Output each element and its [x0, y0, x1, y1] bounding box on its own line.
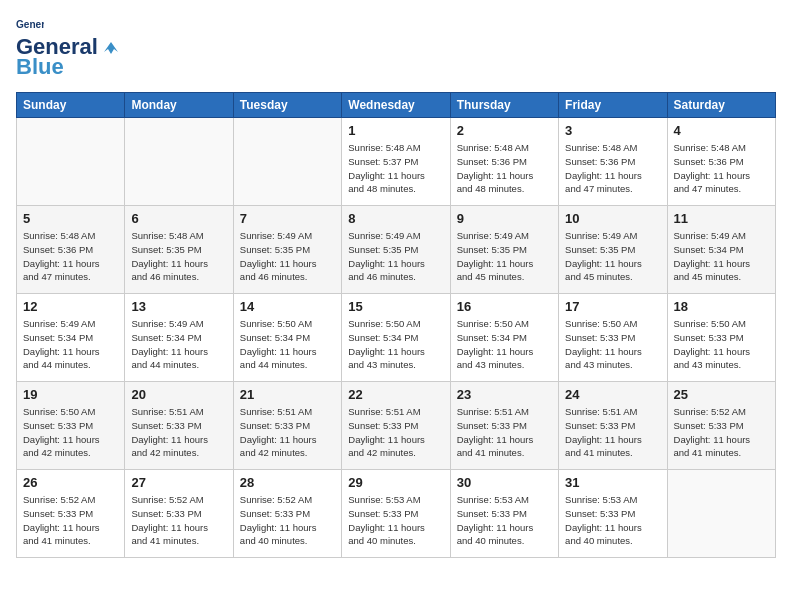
calendar-cell: 18Sunrise: 5:50 AM Sunset: 5:33 PM Dayli… [667, 294, 775, 382]
day-info: Sunrise: 5:48 AM Sunset: 5:36 PM Dayligh… [457, 141, 552, 196]
day-number: 26 [23, 475, 118, 490]
calendar-cell: 25Sunrise: 5:52 AM Sunset: 5:33 PM Dayli… [667, 382, 775, 470]
day-number: 30 [457, 475, 552, 490]
day-info: Sunrise: 5:53 AM Sunset: 5:33 PM Dayligh… [348, 493, 443, 548]
day-info: Sunrise: 5:50 AM Sunset: 5:33 PM Dayligh… [23, 405, 118, 460]
calendar-cell: 31Sunrise: 5:53 AM Sunset: 5:33 PM Dayli… [559, 470, 667, 558]
weekday-header-tuesday: Tuesday [233, 93, 341, 118]
calendar-week-row: 12Sunrise: 5:49 AM Sunset: 5:34 PM Dayli… [17, 294, 776, 382]
day-info: Sunrise: 5:51 AM Sunset: 5:33 PM Dayligh… [457, 405, 552, 460]
day-info: Sunrise: 5:49 AM Sunset: 5:35 PM Dayligh… [565, 229, 660, 284]
day-number: 14 [240, 299, 335, 314]
day-number: 15 [348, 299, 443, 314]
day-info: Sunrise: 5:49 AM Sunset: 5:34 PM Dayligh… [674, 229, 769, 284]
day-number: 31 [565, 475, 660, 490]
day-info: Sunrise: 5:51 AM Sunset: 5:33 PM Dayligh… [565, 405, 660, 460]
day-info: Sunrise: 5:48 AM Sunset: 5:36 PM Dayligh… [23, 229, 118, 284]
calendar-cell: 15Sunrise: 5:50 AM Sunset: 5:34 PM Dayli… [342, 294, 450, 382]
weekday-header-sunday: Sunday [17, 93, 125, 118]
calendar-cell: 26Sunrise: 5:52 AM Sunset: 5:33 PM Dayli… [17, 470, 125, 558]
calendar-cell: 10Sunrise: 5:49 AM Sunset: 5:35 PM Dayli… [559, 206, 667, 294]
day-number: 5 [23, 211, 118, 226]
day-info: Sunrise: 5:51 AM Sunset: 5:33 PM Dayligh… [348, 405, 443, 460]
calendar-cell: 20Sunrise: 5:51 AM Sunset: 5:33 PM Dayli… [125, 382, 233, 470]
logo: General General Blue [16, 16, 122, 80]
day-number: 21 [240, 387, 335, 402]
day-info: Sunrise: 5:52 AM Sunset: 5:33 PM Dayligh… [674, 405, 769, 460]
calendar-week-row: 19Sunrise: 5:50 AM Sunset: 5:33 PM Dayli… [17, 382, 776, 470]
calendar-cell: 13Sunrise: 5:49 AM Sunset: 5:34 PM Dayli… [125, 294, 233, 382]
calendar-cell: 1Sunrise: 5:48 AM Sunset: 5:37 PM Daylig… [342, 118, 450, 206]
calendar-cell [667, 470, 775, 558]
calendar-week-row: 5Sunrise: 5:48 AM Sunset: 5:36 PM Daylig… [17, 206, 776, 294]
day-number: 10 [565, 211, 660, 226]
day-number: 18 [674, 299, 769, 314]
calendar-cell: 8Sunrise: 5:49 AM Sunset: 5:35 PM Daylig… [342, 206, 450, 294]
calendar-week-row: 1Sunrise: 5:48 AM Sunset: 5:37 PM Daylig… [17, 118, 776, 206]
logo-icon: General [16, 16, 44, 34]
day-info: Sunrise: 5:51 AM Sunset: 5:33 PM Dayligh… [131, 405, 226, 460]
calendar-cell: 17Sunrise: 5:50 AM Sunset: 5:33 PM Dayli… [559, 294, 667, 382]
calendar-cell: 3Sunrise: 5:48 AM Sunset: 5:36 PM Daylig… [559, 118, 667, 206]
day-number: 4 [674, 123, 769, 138]
day-number: 19 [23, 387, 118, 402]
day-info: Sunrise: 5:53 AM Sunset: 5:33 PM Dayligh… [457, 493, 552, 548]
day-number: 6 [131, 211, 226, 226]
calendar-cell: 7Sunrise: 5:49 AM Sunset: 5:35 PM Daylig… [233, 206, 341, 294]
day-number: 23 [457, 387, 552, 402]
calendar-cell: 21Sunrise: 5:51 AM Sunset: 5:33 PM Dayli… [233, 382, 341, 470]
calendar-cell: 28Sunrise: 5:52 AM Sunset: 5:33 PM Dayli… [233, 470, 341, 558]
day-info: Sunrise: 5:49 AM Sunset: 5:34 PM Dayligh… [131, 317, 226, 372]
day-number: 24 [565, 387, 660, 402]
calendar-cell: 12Sunrise: 5:49 AM Sunset: 5:34 PM Dayli… [17, 294, 125, 382]
day-number: 9 [457, 211, 552, 226]
calendar-cell [233, 118, 341, 206]
weekday-header-thursday: Thursday [450, 93, 558, 118]
calendar-header-row: SundayMondayTuesdayWednesdayThursdayFrid… [17, 93, 776, 118]
calendar-cell: 24Sunrise: 5:51 AM Sunset: 5:33 PM Dayli… [559, 382, 667, 470]
day-info: Sunrise: 5:49 AM Sunset: 5:35 PM Dayligh… [348, 229, 443, 284]
calendar-cell: 23Sunrise: 5:51 AM Sunset: 5:33 PM Dayli… [450, 382, 558, 470]
day-number: 7 [240, 211, 335, 226]
day-info: Sunrise: 5:50 AM Sunset: 5:33 PM Dayligh… [565, 317, 660, 372]
day-number: 17 [565, 299, 660, 314]
day-info: Sunrise: 5:51 AM Sunset: 5:33 PM Dayligh… [240, 405, 335, 460]
day-number: 8 [348, 211, 443, 226]
day-info: Sunrise: 5:50 AM Sunset: 5:34 PM Dayligh… [348, 317, 443, 372]
weekday-header-wednesday: Wednesday [342, 93, 450, 118]
calendar-cell: 5Sunrise: 5:48 AM Sunset: 5:36 PM Daylig… [17, 206, 125, 294]
weekday-header-saturday: Saturday [667, 93, 775, 118]
calendar-cell: 4Sunrise: 5:48 AM Sunset: 5:36 PM Daylig… [667, 118, 775, 206]
logo-bird-icon [100, 38, 122, 56]
day-info: Sunrise: 5:48 AM Sunset: 5:36 PM Dayligh… [565, 141, 660, 196]
calendar-cell: 2Sunrise: 5:48 AM Sunset: 5:36 PM Daylig… [450, 118, 558, 206]
calendar-cell: 9Sunrise: 5:49 AM Sunset: 5:35 PM Daylig… [450, 206, 558, 294]
day-info: Sunrise: 5:48 AM Sunset: 5:35 PM Dayligh… [131, 229, 226, 284]
page-header: General General Blue [16, 16, 776, 80]
day-number: 2 [457, 123, 552, 138]
day-info: Sunrise: 5:53 AM Sunset: 5:33 PM Dayligh… [565, 493, 660, 548]
day-number: 29 [348, 475, 443, 490]
calendar-cell: 6Sunrise: 5:48 AM Sunset: 5:35 PM Daylig… [125, 206, 233, 294]
calendar-cell: 16Sunrise: 5:50 AM Sunset: 5:34 PM Dayli… [450, 294, 558, 382]
calendar-table: SundayMondayTuesdayWednesdayThursdayFrid… [16, 92, 776, 558]
day-number: 20 [131, 387, 226, 402]
weekday-header-friday: Friday [559, 93, 667, 118]
day-info: Sunrise: 5:48 AM Sunset: 5:36 PM Dayligh… [674, 141, 769, 196]
svg-marker-1 [104, 42, 118, 54]
calendar-cell: 27Sunrise: 5:52 AM Sunset: 5:33 PM Dayli… [125, 470, 233, 558]
day-number: 27 [131, 475, 226, 490]
calendar-cell: 14Sunrise: 5:50 AM Sunset: 5:34 PM Dayli… [233, 294, 341, 382]
day-number: 25 [674, 387, 769, 402]
calendar-cell: 19Sunrise: 5:50 AM Sunset: 5:33 PM Dayli… [17, 382, 125, 470]
day-number: 12 [23, 299, 118, 314]
day-info: Sunrise: 5:49 AM Sunset: 5:35 PM Dayligh… [457, 229, 552, 284]
day-info: Sunrise: 5:50 AM Sunset: 5:34 PM Dayligh… [240, 317, 335, 372]
day-number: 22 [348, 387, 443, 402]
weekday-header-monday: Monday [125, 93, 233, 118]
calendar-cell: 30Sunrise: 5:53 AM Sunset: 5:33 PM Dayli… [450, 470, 558, 558]
day-number: 11 [674, 211, 769, 226]
day-info: Sunrise: 5:49 AM Sunset: 5:34 PM Dayligh… [23, 317, 118, 372]
logo-blue: Blue [16, 54, 64, 80]
calendar-cell: 29Sunrise: 5:53 AM Sunset: 5:33 PM Dayli… [342, 470, 450, 558]
